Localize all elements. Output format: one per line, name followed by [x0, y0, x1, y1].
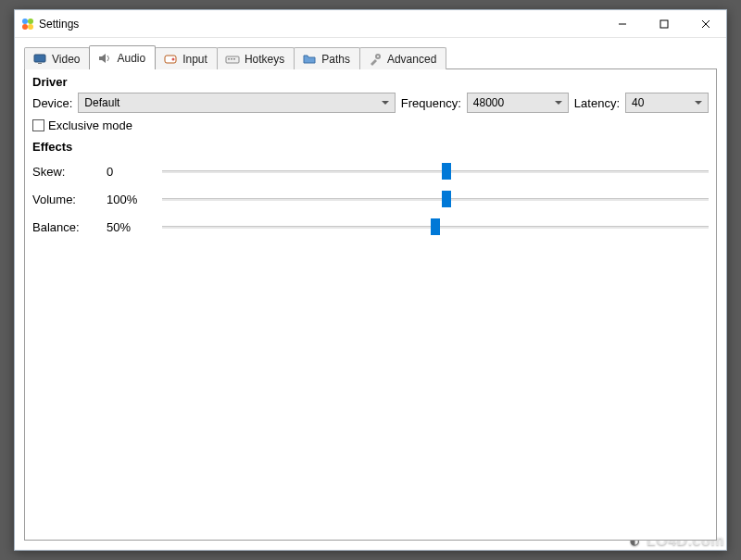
- tab-strip: Video Audio Input: [24, 45, 717, 69]
- svg-rect-5: [660, 20, 668, 28]
- svg-rect-8: [34, 55, 45, 62]
- audio-panel: Driver Device: Default Frequency: 48000 …: [24, 68, 717, 541]
- balance-slider[interactable]: [162, 218, 709, 236]
- speaker-icon: [97, 51, 112, 66]
- latency-label: Latency:: [574, 96, 620, 110]
- frequency-label: Frequency:: [401, 96, 461, 110]
- tab-label: Hotkeys: [245, 53, 284, 66]
- slider-thumb[interactable]: [442, 163, 451, 180]
- device-label: Device:: [32, 96, 72, 110]
- effects-section-title: Effects: [32, 140, 709, 154]
- svg-rect-14: [228, 58, 230, 60]
- frequency-select[interactable]: 48000: [467, 93, 569, 113]
- svg-point-0: [22, 19, 28, 24]
- close-button[interactable]: [684, 10, 726, 37]
- window-controls: [601, 10, 726, 37]
- monitor-icon: [32, 52, 47, 67]
- volume-label: Volume:: [32, 193, 107, 206]
- exclusive-mode-label: Exclusive mode: [48, 118, 132, 132]
- settings-window: Settings Video: [14, 9, 727, 551]
- tab-container: Video Audio Input: [24, 45, 717, 541]
- volume-row: Volume: 100%: [32, 185, 709, 213]
- svg-rect-15: [231, 58, 232, 60]
- chevron-down-icon: [555, 101, 562, 105]
- svg-point-1: [28, 19, 33, 24]
- client-area: Video Audio Input: [15, 38, 726, 550]
- driver-section-title: Driver: [32, 75, 709, 89]
- tab-label: Audio: [117, 52, 145, 65]
- device-value: Default: [84, 96, 119, 109]
- balance-row: Balance: 50%: [32, 213, 709, 241]
- svg-point-2: [22, 24, 28, 30]
- skew-label: Skew:: [32, 165, 107, 179]
- svg-rect-16: [233, 58, 235, 60]
- minimize-button[interactable]: [601, 10, 643, 37]
- svg-point-3: [28, 24, 33, 30]
- svg-point-12: [172, 57, 175, 60]
- tab-label: Input: [182, 53, 207, 66]
- tab-label: Advanced: [387, 53, 436, 66]
- skew-row: Skew: 0: [32, 157, 709, 185]
- tab-label: Paths: [321, 53, 350, 66]
- balance-value: 50%: [107, 220, 162, 234]
- tab-advanced[interactable]: Advanced: [359, 47, 446, 69]
- svg-rect-9: [38, 63, 42, 64]
- keyboard-icon: [225, 52, 240, 67]
- window-title: Settings: [39, 18, 79, 31]
- latency-select[interactable]: 40: [625, 93, 709, 113]
- tab-video[interactable]: Video: [24, 47, 90, 69]
- volume-slider[interactable]: [162, 190, 709, 208]
- chevron-down-icon: [695, 101, 702, 105]
- slider-thumb[interactable]: [442, 191, 451, 207]
- app-icon: [20, 17, 35, 31]
- tab-hotkeys[interactable]: Hotkeys: [217, 47, 295, 69]
- tab-input[interactable]: Input: [155, 47, 218, 69]
- exclusive-mode-row[interactable]: Exclusive mode: [32, 118, 709, 132]
- exclusive-mode-checkbox[interactable]: [32, 119, 44, 131]
- volume-value: 100%: [107, 193, 162, 206]
- maximize-button[interactable]: [643, 10, 684, 37]
- chevron-down-icon: [382, 101, 389, 105]
- latency-value: 40: [632, 96, 644, 109]
- svg-point-17: [376, 55, 380, 58]
- driver-row: Device: Default Frequency: 48000 Latency…: [32, 93, 709, 113]
- folder-icon: [302, 52, 317, 67]
- tab-label: Video: [52, 53, 80, 66]
- tools-icon: [368, 52, 383, 67]
- tab-audio[interactable]: Audio: [89, 45, 156, 69]
- slider-thumb[interactable]: [431, 218, 440, 235]
- skew-slider[interactable]: [162, 162, 709, 180]
- skew-value: 0: [107, 165, 162, 179]
- slider-track: [162, 170, 709, 173]
- tab-paths[interactable]: Paths: [294, 47, 360, 69]
- device-select[interactable]: Default: [78, 93, 395, 113]
- titlebar: Settings: [15, 10, 726, 38]
- frequency-value: 48000: [473, 96, 504, 109]
- balance-label: Balance:: [32, 220, 107, 234]
- slider-track: [162, 198, 709, 201]
- svg-marker-10: [99, 54, 106, 63]
- gamepad-icon: [163, 52, 178, 67]
